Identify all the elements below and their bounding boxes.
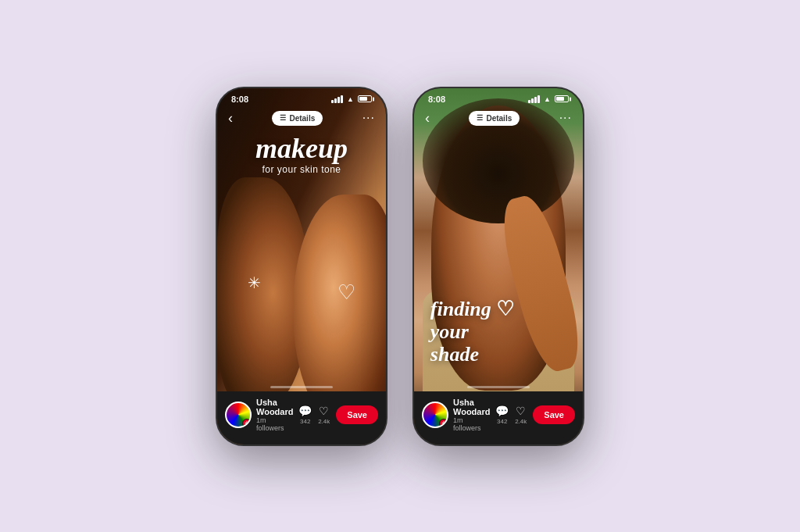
- details-pill[interactable]: ☰ Details: [272, 111, 323, 126]
- more-options-button[interactable]: ···: [559, 111, 572, 125]
- finding-title-line3: shade: [430, 344, 574, 366]
- comment-count: 342: [300, 418, 310, 425]
- makeup-subtitle: for your skin tone: [217, 164, 386, 175]
- comment-icon: 💬: [495, 405, 509, 417]
- phone-1: 8:08 ▲: [216, 87, 388, 446]
- scroll-indicator: [270, 386, 333, 388]
- comment-count: 342: [497, 418, 507, 425]
- back-button[interactable]: ‹: [425, 110, 430, 127]
- comment-button[interactable]: 💬 342: [298, 405, 312, 425]
- user-followers: 1m followers: [453, 416, 491, 432]
- phone-1-nav: ‹ ☰ Details ···: [217, 88, 386, 131]
- user-followers: 1m followers: [256, 416, 294, 432]
- like-button[interactable]: ♡ 2.4k: [515, 405, 527, 425]
- finding-title-line2: your: [430, 321, 574, 344]
- heart-decoration: ♡: [338, 280, 355, 305]
- makeup-title: makeup: [217, 134, 386, 162]
- like-count: 2.4k: [318, 418, 330, 425]
- phone-2-bottom-bar: + Usha Woodard 1m followers 💬 342 ♡ 2.4k: [414, 391, 583, 445]
- comment-icon: 💬: [298, 405, 312, 417]
- details-pill[interactable]: ☰ Details: [469, 111, 520, 126]
- save-button[interactable]: Save: [336, 405, 378, 424]
- user-info: Usha Woodard 1m followers: [453, 398, 491, 432]
- heart-icon: ♡: [319, 405, 329, 417]
- phone-2-nav: ‹ ☰ Details ···: [414, 88, 583, 131]
- scroll-indicator: [467, 386, 530, 388]
- sparkle-decoration: ✳: [248, 273, 261, 292]
- phone-2-text-overlay: finding ♡ your shade: [423, 298, 574, 366]
- action-icons: 💬 342 ♡ 2.4k Save: [298, 405, 378, 425]
- heart-inline: ♡: [491, 298, 515, 320]
- user-avatar: +: [225, 402, 252, 428]
- user-name: Usha Woodard: [256, 398, 294, 416]
- back-button[interactable]: ‹: [228, 110, 233, 127]
- user-info: Usha Woodard 1m followers: [256, 398, 294, 432]
- heart-icon: ♡: [516, 405, 526, 417]
- user-name: Usha Woodard: [453, 398, 491, 416]
- user-avatar: +: [422, 402, 448, 428]
- action-icons: 💬 342 ♡ 2.4k Save: [495, 405, 575, 425]
- like-button[interactable]: ♡ 2.4k: [318, 405, 330, 425]
- details-pill-icon: ☰: [477, 114, 483, 122]
- phone-1-text-overlay: makeup for your skin tone: [217, 134, 386, 175]
- details-pill-icon: ☰: [280, 114, 286, 122]
- phone-1-bottom-bar: + Usha Woodard 1m followers 💬 342 ♡ 2.4k: [217, 391, 386, 445]
- save-button[interactable]: Save: [533, 405, 575, 424]
- avatar-plus-icon: +: [439, 419, 448, 428]
- more-options-button[interactable]: ···: [362, 111, 375, 125]
- phones-container: 8:08 ▲: [216, 87, 584, 446]
- phone-2: 8:08 ▲: [412, 87, 584, 446]
- like-count: 2.4k: [515, 418, 527, 425]
- comment-button[interactable]: 💬 342: [495, 405, 509, 425]
- finding-title-line1: finding ♡: [430, 298, 574, 321]
- avatar-plus-icon: +: [242, 419, 252, 428]
